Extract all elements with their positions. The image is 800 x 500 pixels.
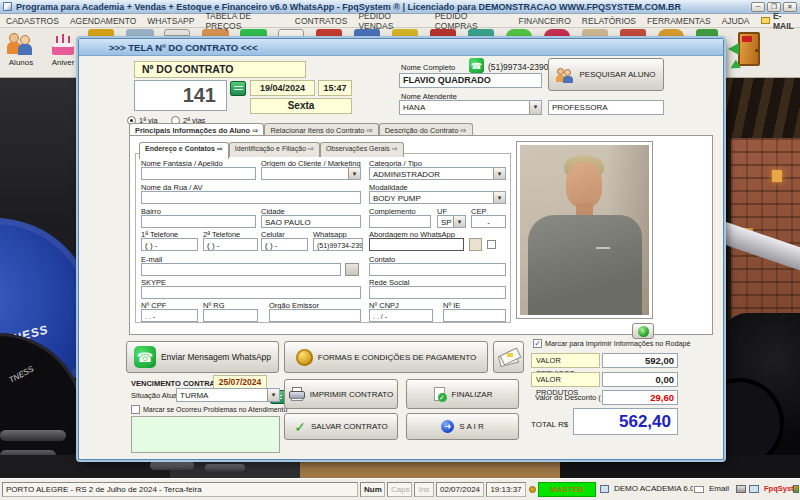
cnpj-field[interactable]: . . / -	[369, 309, 433, 322]
modalidade-select[interactable]: BODY PUMP▾	[369, 191, 506, 204]
client-name-field[interactable]: FLAVIO QUADRADO	[399, 73, 542, 88]
toolbar-exit-button[interactable]	[728, 31, 768, 75]
payment-terms-button[interactable]: FORMAS E CONDIÇÕES DE PAGAMENTO	[284, 341, 488, 373]
vencimento-date[interactable]: 25/07/2024	[213, 375, 267, 389]
nome-fantasia-field[interactable]	[141, 167, 256, 180]
menu-pedido-vendas[interactable]: PEDIDO VENDAS	[358, 11, 423, 31]
menu-tabela-precos[interactable]: TABELA DE PREÇOS	[205, 11, 283, 31]
search-student-button[interactable]: PESQUISAR ALUNO	[548, 58, 664, 91]
categoria-select[interactable]: ADMINISTRADOR▾	[369, 167, 506, 180]
tel2-field[interactable]: ( ) -	[203, 238, 258, 251]
whatsapp-button-icon: ☎	[134, 346, 156, 368]
status-brand: FpqSystem	[761, 482, 794, 497]
cep-field[interactable]: -	[471, 215, 506, 228]
menu-pedido-compras[interactable]: PEDIDO COMPRAS	[435, 11, 508, 31]
attendant-select[interactable]: HANA▾	[399, 100, 542, 115]
photo-face	[566, 162, 602, 208]
menu-relatorios[interactable]: RELATÓRIOS	[582, 16, 636, 26]
toolbar-aniver-button[interactable]: Aniver	[44, 31, 82, 67]
abordagem-extra-button[interactable]	[469, 238, 482, 251]
problemas-textarea[interactable]	[131, 416, 280, 453]
menu-financeiro[interactable]: FINANCEIRO	[518, 16, 570, 26]
menu-ajuda[interactable]: AJUDA	[722, 16, 750, 26]
complemento-field[interactable]	[369, 215, 431, 228]
tab-observacoes-gerais[interactable]: Observações Gerais ⇨	[320, 142, 404, 157]
email-send-button[interactable]	[345, 263, 359, 276]
tab-endereco-contatos[interactable]: Endereço e Contatos ⇨	[139, 142, 229, 159]
rg-field[interactable]	[203, 309, 258, 322]
ie-field[interactable]	[443, 309, 506, 322]
situacao-label: Situação Atual	[131, 391, 179, 400]
cpf-field[interactable]: . . -	[141, 309, 198, 322]
celular-field[interactable]: ( ) -	[261, 238, 308, 251]
photo-upload-button[interactable]: ↑	[632, 323, 654, 339]
contract-date: 19/04/2024	[250, 80, 315, 96]
gym-photo-left: TNESS TNESS	[0, 78, 78, 478]
problemas-checkbox-group[interactable]: Marcar se Ocorreu Problemas no Atendimen…	[131, 405, 287, 414]
status-caps: Caps	[387, 482, 412, 497]
orgao-emissor-field[interactable]	[269, 309, 361, 322]
whatsapp-field[interactable]: (51)99734-2390	[313, 238, 363, 251]
tab-identificacao-filiacao[interactable]: Identificação e Filiação ⇨	[229, 142, 320, 157]
menu-agendamento[interactable]: AGENDAMENTO	[70, 16, 136, 26]
computer-icon	[600, 485, 609, 493]
situacao-select[interactable]: TURMA▾	[176, 388, 280, 402]
rodape-checkbox-group[interactable]: ✓ Marcar para Imprimir Informações no Ro…	[533, 339, 690, 348]
student-photo	[516, 141, 653, 319]
attendant-role-field[interactable]: PROFESSORA	[548, 100, 664, 115]
finalize-button[interactable]: ✓ FINALIZAR	[406, 379, 519, 409]
status-ins: Ins	[414, 482, 434, 497]
status-num: Num	[360, 482, 385, 497]
abordagem-field[interactable]	[369, 238, 464, 251]
app-window: Programa para Academia + Vendas + Estoqu…	[0, 0, 800, 500]
servicos-label: VALOR SERVICOS	[531, 353, 600, 368]
toolbar-alunos-button[interactable]: Alunos	[2, 31, 40, 67]
email-icon	[761, 17, 770, 24]
key-icon	[529, 486, 536, 493]
servicos-value: 592,00	[602, 353, 678, 368]
cidade-field[interactable]: SAO PAULO	[261, 215, 361, 228]
contract-dialog: >>> TELA Nº DO CONTRATO <<< Nº DO CONTRA…	[78, 38, 724, 460]
contract-calendar-button[interactable]	[230, 81, 246, 96]
green-check-icon: ✓	[294, 420, 306, 434]
dialog-titlebar[interactable]: >>> TELA Nº DO CONTRATO <<<	[79, 39, 723, 56]
people-search-icon	[556, 67, 574, 83]
bairro-field[interactable]	[141, 215, 256, 228]
abordagem-checkbox[interactable]	[487, 240, 496, 249]
chevron-down-icon[interactable]: ▾	[529, 101, 541, 114]
origem-select[interactable]: ▾	[261, 167, 361, 180]
menu-whatsapp[interactable]: WHATSAPP	[147, 16, 194, 26]
menu-ferramentas[interactable]: FERRAMENTAS	[647, 16, 711, 26]
email-field[interactable]	[141, 263, 341, 276]
contract-weekday: Sexta	[250, 98, 352, 114]
contract-time: 15:47	[318, 80, 352, 96]
total-label: TOTAL R$	[531, 420, 568, 429]
exit-button[interactable]: ➜ S A I R	[406, 413, 519, 440]
menu-cadastros[interactable]: CADASTROS	[6, 16, 59, 26]
photo-shirt	[528, 215, 642, 315]
birthday-cake-icon	[49, 31, 77, 57]
envelope-icon	[694, 486, 704, 493]
contract-number: 141	[134, 80, 227, 111]
problemas-checkbox[interactable]	[131, 405, 140, 414]
window-title: Programa para Academia + Vendas + Estoqu…	[16, 2, 681, 12]
contato-field[interactable]	[369, 263, 506, 276]
gym-photo-right	[724, 78, 800, 478]
menu-contratos[interactable]: CONTRATOS	[295, 16, 348, 26]
skype-field[interactable]	[141, 286, 361, 299]
uf-select[interactable]: SP▾	[437, 215, 466, 228]
print-contract-button[interactable]: IMPRIMIR CONTRATO	[284, 379, 398, 409]
rede-social-field[interactable]	[369, 286, 506, 299]
rodape-checkbox[interactable]: ✓	[533, 339, 542, 348]
save-contract-button[interactable]: ✓ SALVAR CONTRATO	[284, 413, 398, 440]
produtos-value: 0,00	[602, 372, 678, 387]
rodape-label: Marcar para Imprimir Informações no Roda…	[545, 339, 690, 348]
search-student-label: PESQUISAR ALUNO	[579, 70, 655, 79]
menu-email[interactable]: E-MAIL	[773, 11, 800, 31]
menu-bar: CADASTROS AGENDAMENTO WHATSAPP TABELA DE…	[0, 14, 800, 28]
send-whatsapp-button[interactable]: ☎ Enviar Mensagem WhatsApp	[126, 341, 279, 373]
status-system: DEMO ACADEMIA 6.0	[611, 482, 693, 497]
tel1-field[interactable]: ( ) -	[141, 238, 198, 251]
rua-field[interactable]	[141, 191, 361, 204]
notes-button[interactable]	[493, 341, 524, 373]
